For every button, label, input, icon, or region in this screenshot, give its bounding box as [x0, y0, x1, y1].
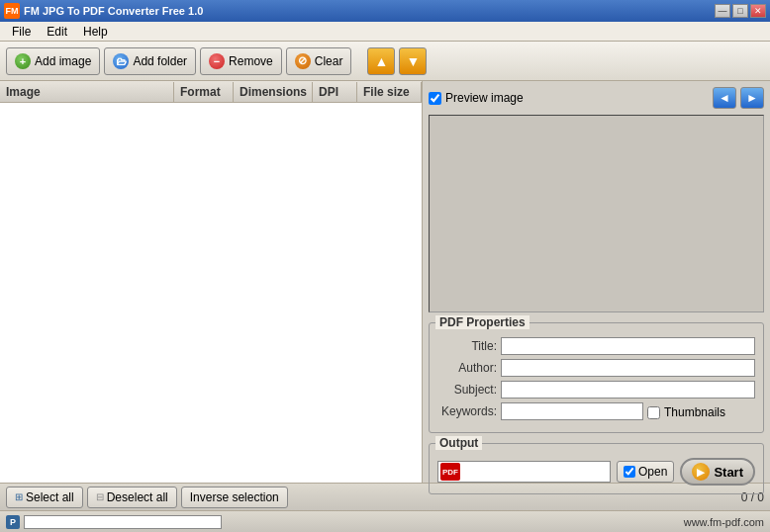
subject-label: Subject: — [437, 383, 497, 397]
output-legend: Output — [435, 436, 482, 450]
clear-button[interactable]: ⊘ Clear — [286, 47, 352, 75]
pdf-icon: PDF — [440, 463, 460, 481]
add-folder-button[interactable]: 🗁 Add folder — [104, 47, 196, 75]
main-area: Image Format Dimensions DPI File size Pr… — [0, 81, 770, 483]
preview-label: Preview image — [445, 91, 524, 105]
deselect-all-button[interactable]: ⊟ Deselect all — [87, 487, 177, 508]
menu-bar: File Edit Help — [0, 22, 770, 42]
remove-icon: − — [209, 53, 225, 69]
title-bar-left: FM FM JPG To PDF Converter Free 1.0 — [4, 3, 203, 19]
col-header-image: Image — [0, 82, 174, 102]
title-row: Title: — [437, 337, 755, 355]
start-icon: ▶ — [692, 463, 710, 481]
table-header: Image Format Dimensions DPI File size — [0, 81, 422, 103]
toolbar: + Add image 🗁 Add folder − Remove ⊘ Clea… — [0, 42, 770, 81]
output-section: Output PDF Open ▶ Start — [429, 443, 764, 494]
preview-checkbox-area: Preview image — [429, 91, 524, 105]
pdf-properties-section: PDF Properties Title: Author: Subject: K… — [429, 322, 764, 433]
add-image-icon: + — [15, 53, 31, 69]
clear-icon: ⊘ — [295, 53, 311, 69]
preview-next-button[interactable]: ► — [740, 87, 764, 109]
keywords-input[interactable] — [501, 402, 643, 420]
status-url: www.fm-pdf.com — [684, 516, 764, 528]
deselect-all-icon: ⊟ — [96, 491, 104, 502]
preview-area — [429, 115, 764, 312]
inverse-selection-button[interactable]: Inverse selection — [181, 487, 288, 508]
preview-checkbox[interactable] — [429, 92, 441, 105]
thumbnails-checkbox[interactable] — [647, 406, 660, 419]
thumbnails-area: Thumbnails — [647, 405, 725, 419]
preview-prev-button[interactable]: ◄ — [713, 87, 736, 109]
close-button[interactable]: ✕ — [750, 4, 766, 18]
menu-file[interactable]: File — [4, 23, 39, 41]
status-left: P — [6, 515, 222, 529]
select-all-icon: ⊞ — [15, 491, 23, 502]
status-progress-bar — [24, 515, 222, 529]
col-header-dpi: DPI — [313, 82, 357, 102]
title-bar: FM FM JPG To PDF Converter Free 1.0 — □ … — [0, 0, 770, 22]
output-path-wrapper: PDF — [437, 461, 611, 483]
subject-input[interactable] — [501, 381, 755, 399]
author-label: Author: — [437, 361, 497, 375]
image-list[interactable] — [0, 103, 422, 483]
minimize-button[interactable]: — — [715, 4, 730, 18]
remove-button[interactable]: − Remove — [200, 47, 282, 75]
status-bar: P www.fm-pdf.com — [0, 510, 770, 532]
keywords-row: Keywords: Thumbnails — [437, 402, 755, 420]
preview-header: Preview image ◄ ► — [429, 87, 764, 109]
thumbnails-label: Thumbnails — [664, 405, 725, 419]
left-panel: Image Format Dimensions DPI File size — [0, 81, 423, 483]
subject-row: Subject: — [437, 381, 755, 399]
output-path-input[interactable] — [460, 463, 608, 481]
open-checkbox[interactable] — [624, 466, 635, 478]
move-up-button[interactable]: ▲ — [367, 47, 395, 75]
author-input[interactable] — [501, 359, 755, 377]
menu-help[interactable]: Help — [75, 23, 116, 41]
start-button[interactable]: ▶ Start — [680, 458, 755, 486]
title-input[interactable] — [501, 337, 755, 355]
window-title: FM JPG To PDF Converter Free 1.0 — [24, 5, 203, 17]
status-icon: P — [6, 515, 20, 529]
app-icon: FM — [4, 3, 20, 19]
pdf-properties-legend: PDF Properties — [435, 315, 529, 329]
restore-button[interactable]: □ — [732, 4, 748, 18]
author-row: Author: — [437, 359, 755, 377]
add-image-button[interactable]: + Add image — [6, 47, 100, 75]
select-all-button[interactable]: ⊞ Select all — [6, 487, 83, 508]
preview-nav: ◄ ► — [713, 87, 764, 109]
col-header-dimensions: Dimensions — [234, 82, 313, 102]
keywords-label: Keywords: — [437, 404, 497, 418]
menu-edit[interactable]: Edit — [39, 23, 75, 41]
move-down-button[interactable]: ▼ — [399, 47, 427, 75]
col-header-filesize: File size — [357, 82, 422, 102]
open-button[interactable]: Open — [617, 461, 674, 483]
col-header-format: Format — [174, 82, 234, 102]
title-label: Title: — [437, 339, 497, 353]
output-row: PDF Open ▶ Start — [437, 458, 755, 486]
window-controls: — □ ✕ — [715, 4, 766, 18]
right-panel: Preview image ◄ ► PDF Properties Title: … — [423, 81, 770, 483]
add-folder-icon: 🗁 — [113, 53, 129, 69]
